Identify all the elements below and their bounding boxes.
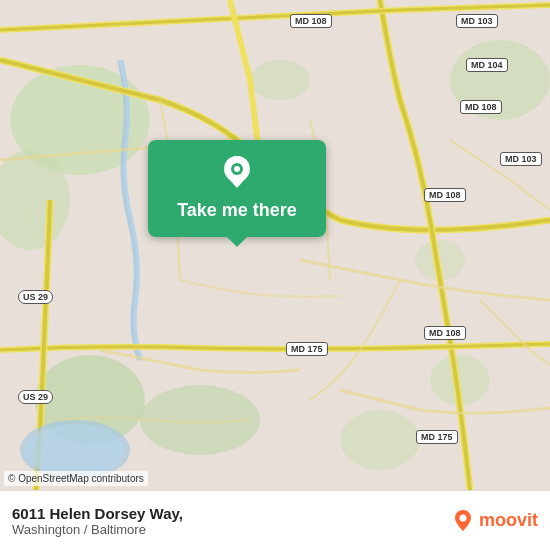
road-badge-md108-mid: MD 108 bbox=[424, 188, 466, 202]
road-badge-md108-far: MD 108 bbox=[424, 326, 466, 340]
location-pin-icon bbox=[218, 154, 256, 192]
svg-point-5 bbox=[340, 410, 420, 470]
road-badge-md103-top: MD 103 bbox=[456, 14, 498, 28]
osm-attribution: © OpenStreetMap contributors bbox=[4, 471, 148, 486]
road-badge-us29-top: US 29 bbox=[18, 290, 53, 304]
road-badge-md175-mid: MD 175 bbox=[286, 342, 328, 356]
footer-address-section: 6011 Helen Dorsey Way, Washington / Balt… bbox=[12, 505, 183, 537]
map-background bbox=[0, 0, 550, 490]
moovit-logo: moovit bbox=[451, 509, 538, 533]
take-me-there-label: Take me there bbox=[177, 200, 297, 221]
road-badge-md108-top: MD 108 bbox=[290, 14, 332, 28]
road-badge-md108-right: MD 108 bbox=[460, 100, 502, 114]
road-badge-md104: MD 104 bbox=[466, 58, 508, 72]
road-badge-md103-right: MD 103 bbox=[500, 152, 542, 166]
moovit-brand-name: moovit bbox=[479, 510, 538, 531]
address-text: 6011 Helen Dorsey Way, bbox=[12, 505, 183, 522]
map-container: MD 103 MD 108 MD 104 MD 108 MD 103 MD 10… bbox=[0, 0, 550, 490]
road-badge-us29-bot: US 29 bbox=[18, 390, 53, 404]
take-me-there-popup[interactable]: Take me there bbox=[148, 140, 326, 237]
city-text: Washington / Baltimore bbox=[12, 522, 183, 537]
moovit-pin-icon bbox=[451, 509, 475, 533]
svg-point-11 bbox=[25, 424, 125, 476]
svg-point-15 bbox=[459, 514, 466, 521]
footer-bar: 6011 Helen Dorsey Way, Washington / Balt… bbox=[0, 490, 550, 550]
svg-point-14 bbox=[234, 166, 240, 172]
svg-point-8 bbox=[250, 60, 310, 100]
road-badge-md175-right: MD 175 bbox=[416, 430, 458, 444]
